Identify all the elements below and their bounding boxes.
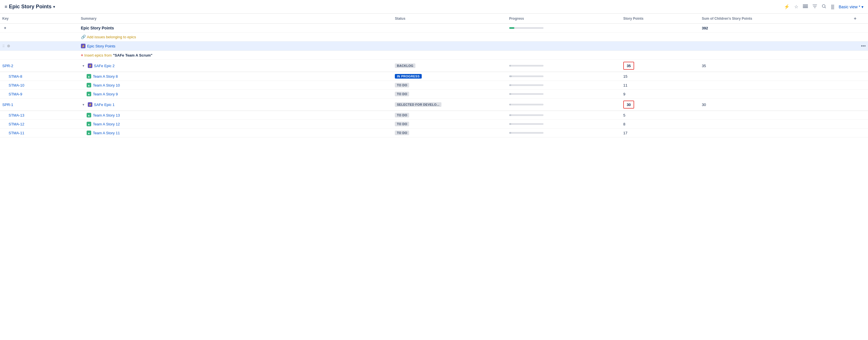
stma10-story-icon: ▲ bbox=[87, 83, 91, 88]
stma10-key-link[interactable]: STMA-10 bbox=[8, 83, 24, 88]
spr2-progress-fill bbox=[509, 65, 511, 67]
stma11-story-icon: ▲ bbox=[87, 131, 91, 135]
stma11-children-sp bbox=[700, 129, 842, 137]
add-issues-add bbox=[842, 33, 868, 41]
insert-epics-link[interactable]: + Insert epics from "SAFe Team A Scrum" bbox=[81, 53, 391, 58]
main-table-container: Key Summary Status Progress Story Points… bbox=[0, 14, 868, 137]
stma11-progress-bar bbox=[509, 132, 544, 134]
group-drag-key: ⠿ bbox=[0, 41, 79, 51]
col-header-children-sp: Sum of Children's Story Points bbox=[700, 14, 842, 24]
stma13-status-cell: TO DO bbox=[393, 111, 507, 120]
svg-line-4 bbox=[825, 7, 826, 8]
spr1-sp-boxed: 30 bbox=[623, 101, 634, 109]
table-row: STMA-13 ▲ Team A Story 13 TO DO bbox=[0, 111, 868, 120]
stma11-summary-link[interactable]: Team A Story 11 bbox=[93, 131, 120, 135]
stma12-sp: 8 bbox=[623, 122, 625, 126]
spr1-sp-cell: 30 bbox=[621, 99, 700, 111]
filter-icon[interactable] bbox=[812, 4, 817, 10]
stma12-summary-link[interactable]: Team A Story 12 bbox=[93, 122, 120, 126]
stma13-key-link[interactable]: STMA-13 bbox=[8, 113, 24, 117]
spr1-progress-cell bbox=[507, 99, 621, 111]
insert-epics-sp bbox=[621, 51, 700, 60]
stma8-summary-link[interactable]: Team A Story 8 bbox=[93, 74, 118, 78]
add-issues-cell[interactable]: 🔗 Add issues belonging to epics bbox=[79, 33, 393, 41]
stma11-sp-cell: 17 bbox=[621, 129, 700, 137]
spr1-children-sp-cell: 30 bbox=[700, 99, 842, 111]
stma8-key-cell: STMA-8 bbox=[0, 72, 79, 81]
group-header-children bbox=[700, 41, 842, 51]
insert-epics-status bbox=[393, 51, 507, 60]
stma9-children-sp bbox=[700, 90, 842, 99]
spr2-key-link[interactable]: SPR-2 bbox=[2, 64, 13, 68]
stma12-key-cell: STMA-12 bbox=[0, 120, 79, 129]
table-row: STMA-10 ▲ Team A Story 10 TO DO bbox=[0, 81, 868, 90]
root-children-sp-cell: 392 bbox=[700, 24, 842, 33]
stma11-status-cell: TO DO bbox=[393, 129, 507, 137]
title-chevron-icon[interactable]: ▾ bbox=[53, 5, 55, 9]
stma13-add bbox=[842, 111, 868, 120]
stma8-status-badge: IN PROGRESS bbox=[395, 74, 422, 78]
stma8-summary-cell: ▲ Team A Story 8 bbox=[79, 72, 393, 81]
stma8-children-sp bbox=[700, 72, 842, 81]
main-table: Key Summary Status Progress Story Points… bbox=[0, 14, 868, 137]
spr1-key-link[interactable]: SPR-1 bbox=[2, 103, 13, 107]
stma9-key-link[interactable]: STMA-9 bbox=[8, 92, 22, 96]
stma10-status-cell: TO DO bbox=[393, 81, 507, 90]
stma12-story-icon: ▲ bbox=[87, 122, 91, 126]
stma10-progress-cell bbox=[507, 81, 621, 90]
group-header-progress bbox=[507, 41, 621, 51]
three-dots-menu-icon[interactable]: ••• bbox=[861, 43, 866, 48]
layers-icon[interactable] bbox=[803, 4, 808, 10]
stma9-progress-cell bbox=[507, 90, 621, 99]
star-outline-icon[interactable]: ☆ bbox=[794, 4, 798, 9]
stma8-progress-fill bbox=[509, 75, 512, 77]
insert-epics-progress bbox=[507, 51, 621, 60]
stma8-key-link[interactable]: STMA-8 bbox=[8, 74, 22, 78]
basic-view-selector[interactable]: Basic view* ▾ bbox=[839, 5, 863, 9]
spr1-lightning-icon: ⚡ bbox=[88, 102, 92, 107]
add-issues-children bbox=[700, 33, 842, 41]
stma12-key-link[interactable]: STMA-12 bbox=[8, 122, 24, 126]
spr1-key-cell: SPR-1 bbox=[0, 99, 79, 111]
spr1-add bbox=[842, 99, 868, 111]
spr2-summary-link[interactable]: SAFe Epic 2 bbox=[94, 64, 115, 68]
add-column-btn[interactable]: + bbox=[842, 14, 868, 24]
lightning-icon[interactable]: ⚡ bbox=[784, 4, 790, 9]
spr1-summary-link[interactable]: SAFe Epic 1 bbox=[94, 103, 115, 107]
add-issues-progress bbox=[507, 33, 621, 41]
spr2-collapse-btn[interactable]: ▼ bbox=[81, 64, 86, 67]
col-header-key: Key bbox=[0, 14, 79, 24]
basic-view-chevron: ▾ bbox=[861, 5, 863, 9]
add-issues-sp bbox=[621, 33, 700, 41]
table-row: STMA-9 ▲ Team A Story 9 TO DO bbox=[0, 90, 868, 99]
stma8-progress-cell bbox=[507, 72, 621, 81]
stma11-progress-fill bbox=[509, 132, 511, 134]
stma8-story-icon: ▲ bbox=[87, 74, 91, 78]
stma11-key-link[interactable]: STMA-11 bbox=[8, 131, 24, 135]
search-icon[interactable] bbox=[822, 4, 826, 10]
stma8-status-cell: IN PROGRESS bbox=[393, 72, 507, 81]
table-row: + Insert epics from "SAFe Team A Scrum" bbox=[0, 51, 868, 60]
stma9-summary-link[interactable]: Team A Story 9 bbox=[93, 92, 118, 96]
stma12-add bbox=[842, 120, 868, 129]
group-header-dots[interactable]: ••• bbox=[842, 41, 868, 51]
group-header-text[interactable]: Epic Story Points bbox=[87, 44, 116, 48]
spr2-summary-cell: ▼ ⚡ SAFe Epic 2 bbox=[79, 60, 393, 72]
spr1-collapse-btn[interactable]: ▼ bbox=[81, 103, 86, 106]
stma13-summary-cell: ▲ Team A Story 13 bbox=[79, 111, 393, 120]
add-issues-link[interactable]: 🔗 Add issues belonging to epics bbox=[81, 35, 391, 39]
insert-epics-cell[interactable]: + Insert epics from "SAFe Team A Scrum" bbox=[79, 51, 393, 60]
stma13-summary-link[interactable]: Team A Story 13 bbox=[93, 113, 120, 117]
root-summary-text: Epic Story Points bbox=[81, 26, 114, 30]
stma10-summary-link[interactable]: Team A Story 10 bbox=[93, 83, 120, 88]
drag-handle-icon[interactable]: ⠿ bbox=[2, 44, 5, 48]
spr2-children-sp: 35 bbox=[702, 64, 706, 68]
stma9-summary-cell: ▲ Team A Story 9 bbox=[79, 90, 393, 99]
columns-icon[interactable]: ||| bbox=[831, 4, 834, 10]
stma10-children-sp bbox=[700, 81, 842, 90]
stma10-status-badge: TO DO bbox=[395, 83, 409, 88]
lightning-badge-icon: ⚡ bbox=[81, 44, 86, 48]
basic-view-asterisk: * bbox=[859, 5, 860, 9]
stma11-key-cell: STMA-11 bbox=[0, 129, 79, 137]
stma10-key-cell: STMA-10 bbox=[0, 81, 79, 90]
